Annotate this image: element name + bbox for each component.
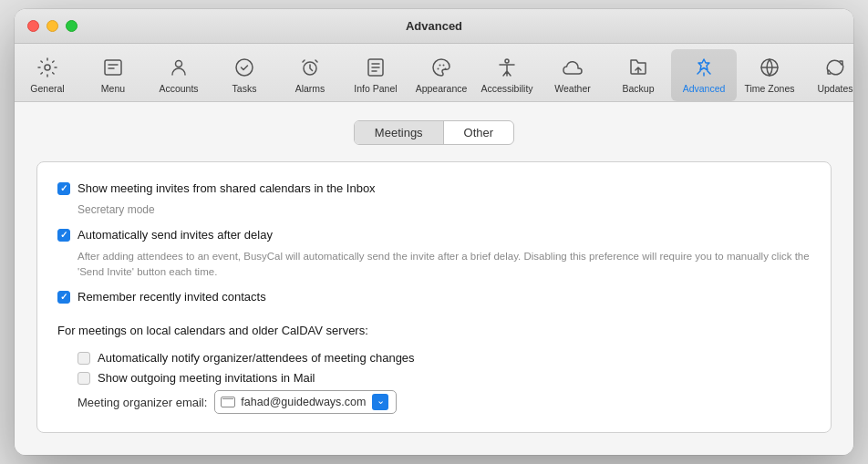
toolbar-item-info-panel[interactable]: Info Panel — [343, 49, 408, 101]
email-label: Meeting organizer email: — [78, 396, 207, 409]
email-row: Meeting organizer email: fahad@guidedway… — [78, 390, 811, 414]
show-outgoing-checkbox[interactable] — [78, 372, 90, 385]
traffic-lights — [27, 20, 78, 32]
toolbar-item-tasks[interactable]: Tasks — [212, 49, 277, 101]
alarms-icon — [297, 55, 323, 80]
show-invites-label: Show meeting invites from shared calenda… — [78, 180, 376, 197]
svg-rect-1 — [105, 60, 121, 75]
show-outgoing-row: Show outgoing meeting invitations in Mai… — [78, 370, 811, 387]
show-outgoing-label: Show outgoing meeting invitations in Mai… — [98, 370, 315, 387]
secretary-mode-row: Secretary mode — [78, 202, 811, 218]
secretary-mode-label: Secretary mode — [78, 202, 155, 218]
toolbar-accounts-label: Accounts — [159, 83, 198, 94]
auto-notify-checkbox[interactable] — [78, 352, 90, 365]
tab-group: Meetings Other — [354, 120, 514, 145]
auto-send-row: Automatically send invites after delay — [57, 227, 811, 243]
toolbar-appearance-label: Appearance — [416, 83, 468, 94]
auto-send-label: Automatically send invites after delay — [78, 227, 273, 243]
appearance-icon — [429, 55, 454, 80]
svg-point-3 — [236, 59, 253, 76]
tab-bar: Meetings Other — [36, 120, 832, 145]
toolbar-item-menu[interactable]: Menu — [80, 49, 146, 101]
close-button[interactable] — [27, 20, 39, 32]
fullscreen-button[interactable] — [66, 20, 78, 32]
toolbar-item-time-zones[interactable]: Time Zones — [737, 49, 802, 101]
toolbar-alarms-label: Alarms — [295, 83, 326, 94]
info-panel-icon — [363, 55, 388, 80]
local-calendars-label: For meetings on local calendars and olde… — [57, 323, 368, 339]
svg-point-8 — [443, 64, 445, 66]
menu-icon — [100, 55, 126, 80]
window-title: Advanced — [406, 19, 462, 33]
settings-panel: Show meeting invites from shared calenda… — [36, 161, 832, 433]
svg-point-6 — [438, 67, 439, 69]
toolbar-accessibility-label: Accessibility — [480, 83, 532, 94]
toolbar-item-updates[interactable]: Updates — [802, 49, 853, 101]
auto-send-checkbox[interactable] — [57, 229, 70, 242]
tab-meetings[interactable]: Meetings — [355, 121, 444, 144]
toolbar-updates-label: Updates — [817, 83, 852, 94]
toolbar-item-accounts[interactable]: Accounts — [146, 49, 212, 101]
toolbar-item-alarms[interactable]: Alarms — [277, 49, 343, 101]
time-zones-icon — [757, 55, 782, 80]
remember-contacts-row: Remember recently invited contacts — [57, 289, 811, 305]
toolbar-tasks-label: Tasks — [232, 83, 257, 94]
content-area: Meetings Other Show meeting invites from… — [15, 102, 853, 455]
updates-icon — [822, 55, 848, 80]
toolbar-general-label: General — [30, 83, 64, 94]
general-icon — [35, 55, 60, 80]
toolbar-item-general[interactable]: General — [15, 49, 80, 101]
weather-icon — [560, 55, 585, 80]
tab-other[interactable]: Other — [444, 121, 514, 144]
svg-point-7 — [439, 64, 441, 66]
toolbar: General Menu Accounts — [15, 44, 853, 102]
svg-point-0 — [45, 65, 50, 70]
auto-send-description: After adding attendees to an event, Busy… — [78, 249, 811, 281]
auto-notify-label: Automatically notify organizer/attendees… — [98, 350, 415, 366]
auto-notify-row: Automatically notify organizer/attendees… — [78, 350, 811, 366]
toolbar-backup-label: Backup — [622, 83, 654, 94]
remember-contacts-checkbox[interactable] — [57, 291, 70, 304]
dropdown-arrow-icon — [372, 394, 388, 410]
show-invites-checkbox[interactable] — [57, 182, 70, 195]
svg-point-10 — [505, 59, 509, 63]
toolbar-weather-label: Weather — [554, 83, 591, 94]
toolbar-time-zones-label: Time Zones — [744, 83, 794, 94]
app-window: Advanced General Menu — [15, 9, 853, 455]
auto-send-description-row: After adding attendees to an event, Busy… — [78, 249, 811, 281]
toolbar-item-weather[interactable]: Weather — [540, 49, 605, 101]
toolbar-menu-label: Menu — [101, 83, 125, 94]
toolbar-item-accessibility[interactable]: Accessibility — [474, 49, 540, 101]
toolbar-item-advanced[interactable]: Advanced — [671, 49, 737, 101]
svg-point-2 — [176, 60, 182, 67]
titlebar: Advanced — [15, 9, 853, 44]
email-dropdown[interactable]: fahad@guidedways.com — [214, 390, 397, 414]
toolbar-item-backup[interactable]: Backup — [605, 49, 671, 101]
show-invites-row: Show meeting invites from shared calenda… — [57, 180, 811, 197]
advanced-icon — [691, 55, 717, 80]
svg-point-9 — [445, 67, 447, 69]
tasks-icon — [232, 55, 257, 80]
toolbar-item-appearance[interactable]: Appearance — [408, 49, 474, 101]
toolbar-info-panel-label: Info Panel — [354, 83, 397, 94]
accounts-icon — [166, 55, 191, 80]
toolbar-advanced-label: Advanced — [683, 83, 726, 94]
accessibility-icon — [494, 55, 520, 80]
backup-icon — [625, 55, 651, 80]
remember-contacts-label: Remember recently invited contacts — [78, 289, 266, 305]
mail-icon — [221, 397, 235, 407]
email-value: fahad@guidedways.com — [241, 396, 367, 408]
minimize-button[interactable] — [46, 20, 58, 32]
local-calendars-row: For meetings on local calendars and olde… — [57, 323, 811, 339]
